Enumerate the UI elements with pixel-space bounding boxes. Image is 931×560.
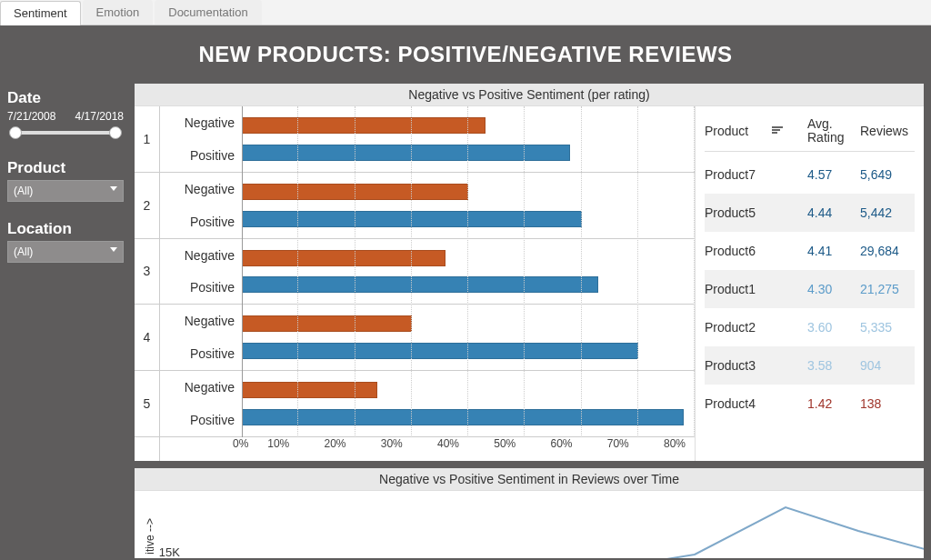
bar-plot-area[interactable]: 0% 10% 20% 30% 40% 50% 60% 70% 80% bbox=[242, 106, 695, 461]
series-label-positive: Positive bbox=[167, 413, 235, 427]
x-tick: 20% bbox=[289, 437, 345, 461]
cell-reviews: 5,442 bbox=[860, 205, 915, 220]
table-row[interactable]: Product54.445,442 bbox=[705, 194, 915, 232]
rating-group-label: 5 bbox=[135, 371, 159, 437]
title-bar: NEW PRODUCTS: POSITIVE/NEGATIVE REVIEWS bbox=[2, 27, 929, 84]
table-row[interactable]: Product41.42138 bbox=[705, 385, 915, 423]
bar-chart[interactable]: 1 2 3 4 5 Negative Positive bbox=[135, 106, 695, 461]
table-row[interactable]: Product23.605,335 bbox=[705, 308, 915, 346]
tab-strip: Sentiment Emotion Documentation bbox=[0, 0, 931, 25]
filter-product-label: Product bbox=[7, 159, 124, 177]
product-table: Product Avg. Rating Reviews Product74.57… bbox=[695, 106, 924, 461]
cell-reviews: 138 bbox=[860, 396, 915, 411]
tab-emotion[interactable]: Emotion bbox=[83, 0, 154, 25]
x-axis: 0% 10% 20% 30% 40% 50% 60% 70% 80% bbox=[242, 437, 695, 461]
cell-product: Product4 bbox=[705, 396, 807, 411]
main: Negative vs Positive Sentiment (per rati… bbox=[129, 84, 929, 558]
cell-product: Product3 bbox=[705, 358, 807, 373]
chevron-down-icon bbox=[110, 186, 117, 191]
date-range-slider[interactable] bbox=[7, 125, 124, 141]
cell-avg-rating: 4.44 bbox=[807, 205, 860, 220]
x-tick: 60% bbox=[516, 437, 572, 461]
filter-location: Location (All) bbox=[7, 220, 124, 263]
cell-reviews: 904 bbox=[860, 358, 915, 373]
x-tick: 10% bbox=[233, 437, 289, 461]
series-label-negative: Negative bbox=[167, 182, 235, 196]
x-tick: 50% bbox=[459, 437, 516, 461]
sidebar: Date 7/21/2008 4/17/2018 Product (All) bbox=[2, 84, 129, 558]
x-tick: 70% bbox=[573, 437, 629, 461]
series-label-negative: Negative bbox=[167, 248, 235, 263]
table-row[interactable]: Product33.58904 bbox=[705, 346, 915, 385]
panel1-title: Negative vs Positive Sentiment (per rati… bbox=[135, 84, 924, 106]
rating-group-label: 4 bbox=[135, 305, 159, 371]
series-label-negative: Negative bbox=[167, 314, 235, 328]
cell-avg-rating: 3.60 bbox=[807, 320, 860, 335]
location-dropdown-value: (All) bbox=[14, 245, 33, 258]
series-label-positive: Positive bbox=[167, 346, 235, 361]
tab-documentation[interactable]: Documentation bbox=[155, 0, 261, 25]
cell-avg-rating: 4.57 bbox=[807, 167, 860, 182]
table-row[interactable]: Product14.3021,275 bbox=[705, 270, 915, 308]
date-range-knob-start[interactable] bbox=[9, 126, 22, 139]
date-range-knob-end[interactable] bbox=[109, 126, 122, 139]
cell-reviews: 21,275 bbox=[860, 282, 915, 296]
rating-group-label: 1 bbox=[135, 106, 159, 173]
product-dropdown-value: (All) bbox=[14, 185, 33, 197]
panel2-title: Negative vs Positive Sentiment in Review… bbox=[135, 468, 924, 491]
col-avg-rating[interactable]: Avg. Rating bbox=[807, 117, 860, 145]
col-reviews[interactable]: Reviews bbox=[860, 124, 915, 138]
panel-sentiment-per-rating: Negative vs Positive Sentiment (per rati… bbox=[135, 84, 924, 461]
rating-group-label: 2 bbox=[135, 173, 159, 239]
table-row[interactable]: Product74.575,649 bbox=[705, 155, 915, 194]
date-start: 7/21/2008 bbox=[7, 110, 55, 123]
page-title: NEW PRODUCTS: POSITIVE/NEGATIVE REVIEWS bbox=[2, 42, 929, 67]
filter-product: Product (All) bbox=[7, 159, 124, 202]
x-tick: 30% bbox=[346, 437, 403, 461]
cell-avg-rating: 4.41 bbox=[807, 244, 860, 258]
location-dropdown[interactable]: (All) bbox=[7, 241, 124, 263]
product-table-header: Product Avg. Rating Reviews bbox=[705, 117, 915, 152]
sort-icon[interactable] bbox=[772, 126, 783, 135]
cell-reviews: 5,649 bbox=[860, 167, 915, 182]
cell-avg-rating: 3.58 bbox=[807, 358, 860, 373]
series-label-positive: Positive bbox=[167, 148, 235, 163]
y-tick: 15K bbox=[159, 545, 180, 558]
tab-sentiment[interactable]: Sentiment bbox=[0, 1, 81, 25]
rating-group-label: 3 bbox=[135, 239, 159, 305]
filter-date: Date 7/21/2008 4/17/2018 bbox=[7, 89, 124, 141]
cell-product: Product1 bbox=[705, 282, 807, 296]
y-axis-label-partial: itive --> bbox=[144, 518, 156, 555]
series-label-positive: Positive bbox=[167, 215, 235, 229]
product-dropdown[interactable]: (All) bbox=[7, 180, 124, 202]
chevron-down-icon bbox=[110, 247, 117, 252]
cell-avg-rating: 1.42 bbox=[807, 396, 860, 411]
dashboard-frame: NEW PRODUCTS: POSITIVE/NEGATIVE REVIEWS … bbox=[0, 25, 931, 560]
date-end: 4/17/2018 bbox=[75, 110, 124, 123]
cell-product: Product7 bbox=[705, 167, 807, 182]
series-label-negative: Negative bbox=[167, 380, 235, 395]
cell-product: Product5 bbox=[705, 205, 807, 220]
x-tick: 80% bbox=[629, 437, 686, 461]
filter-date-label: Date bbox=[7, 89, 124, 107]
col-product[interactable]: Product bbox=[705, 124, 748, 138]
cell-reviews: 29,684 bbox=[860, 244, 915, 258]
x-tick: 40% bbox=[403, 437, 459, 461]
cell-reviews: 5,335 bbox=[860, 320, 915, 335]
series-label-negative: Negative bbox=[167, 115, 235, 130]
series-label-positive: Positive bbox=[167, 280, 235, 295]
cell-product: Product2 bbox=[705, 320, 807, 335]
panel-sentiment-over-time: Negative vs Positive Sentiment in Review… bbox=[135, 468, 924, 558]
table-row[interactable]: Product64.4129,684 bbox=[705, 232, 915, 270]
line-chart[interactable] bbox=[185, 491, 924, 558]
filter-location-label: Location bbox=[7, 220, 124, 238]
cell-product: Product6 bbox=[705, 244, 807, 258]
cell-avg-rating: 4.30 bbox=[807, 282, 860, 296]
